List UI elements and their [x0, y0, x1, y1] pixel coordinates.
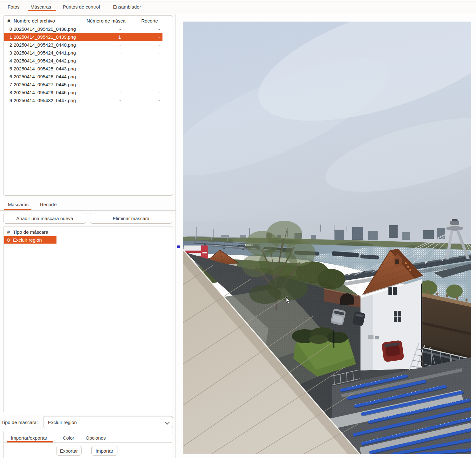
file-row[interactable]: 320250414_095424_0441.png--: [4, 49, 162, 57]
file-row[interactable]: 720250414_095427_0445.png--: [4, 81, 162, 88]
file-row-name: 20250414_095424_0441.png: [14, 50, 82, 56]
file-row-masks: -: [82, 66, 130, 71]
file-row-num: 1: [4, 34, 14, 40]
subtab-importar-exportar[interactable]: Importar/exportar: [11, 434, 47, 442]
io-tabs-divider: [4, 442, 172, 443]
file-row-name: 20250414_095427_0445.png: [14, 82, 82, 87]
file-row-masks: -: [82, 26, 130, 32]
col-header-crop: Recorte: [130, 18, 169, 23]
subtab-opciones[interactable]: Opciones: [86, 434, 106, 442]
add-mask-button[interactable]: Añadir una máscara nueva: [3, 213, 86, 224]
file-row[interactable]: 420250414_095424_0442.png--: [4, 57, 162, 65]
tabbar-border: [0, 14, 476, 14]
file-row[interactable]: 920250414_095432_0447.png--: [4, 96, 162, 104]
mask-editor-canvas[interactable]: [183, 22, 471, 454]
file-row-crop: -: [130, 26, 162, 32]
file-list-panel: # Nombre del archivo Número de másca Rec…: [3, 15, 173, 196]
file-row-num: 5: [4, 66, 14, 71]
mask-row-num: 0: [4, 237, 13, 243]
file-row-num: 2: [4, 42, 14, 48]
subtab-mascaras[interactable]: Máscaras: [8, 201, 29, 208]
photo-preview: [183, 22, 471, 454]
export-button[interactable]: Exportar: [56, 446, 82, 456]
file-row-name: 20250414_095425_0443.png: [14, 66, 82, 71]
mask-type-select[interactable]: Excluir región: [43, 416, 173, 428]
window-left-border: [1, 14, 1, 458]
file-row-num: 7: [4, 82, 14, 87]
file-row-num: 0: [4, 26, 14, 32]
delete-mask-button[interactable]: Eliminar máscara: [90, 213, 172, 224]
red-car: [381, 340, 404, 362]
file-row-name: 20250414_095424_0442.png: [14, 58, 82, 63]
subtab-recorte[interactable]: Recorte: [40, 201, 57, 208]
file-row-masks: -: [82, 74, 130, 79]
file-rows: 020250414_095420_0438.png--120250414_095…: [4, 25, 162, 104]
file-row-masks: -: [82, 42, 130, 48]
file-row-crop: -: [130, 42, 162, 48]
mask-type-value: Excluir región: [48, 420, 77, 425]
col-header-num: #: [4, 18, 14, 23]
file-row[interactable]: 620250414_095426_0444.png--: [4, 73, 162, 81]
mask-list-header: # Tipo de máscara: [4, 228, 169, 236]
tab-puntos-de-control[interactable]: Puntos de control: [63, 2, 100, 12]
col-header-mask-count: Número de másca: [82, 18, 130, 23]
file-row-crop: -: [130, 34, 162, 40]
file-row-name: 20250414_095420_0438.png: [14, 26, 82, 32]
col-header-filename: Nombre del archivo: [14, 18, 82, 23]
file-row-crop: -: [130, 58, 162, 63]
file-row-num: 4: [4, 58, 14, 63]
mask-row-type: Excluir región: [13, 237, 56, 243]
file-row[interactable]: 520250414_095425_0443.png--: [4, 65, 162, 73]
wall-tree: [446, 285, 463, 298]
import-button[interactable]: Importar: [91, 446, 117, 456]
file-row-masks: -: [82, 50, 130, 56]
file-row-name: 20250414_095429_0446.png: [14, 90, 82, 95]
file-row-crop: -: [130, 98, 162, 103]
file-row-name: 20250414_095423_0440.png: [14, 42, 82, 48]
mask-list-panel: # Tipo de máscara 0 Excluir región: [3, 226, 173, 413]
tab-mascaras-active-underline: [28, 10, 56, 11]
mask-col-num: #: [4, 229, 13, 235]
file-row[interactable]: 020250414_095420_0438.png--: [4, 25, 162, 33]
file-row-crop: -: [130, 82, 162, 87]
file-row-masks: -: [82, 90, 130, 95]
file-row-masks: -: [82, 98, 130, 103]
file-row-num: 3: [4, 50, 14, 56]
file-row[interactable]: 120250414_095421_0439.png1-: [4, 33, 162, 41]
file-row-name: 20250414_095426_0444.png: [14, 74, 82, 79]
file-row[interactable]: 820250414_095429_0446.png--: [4, 88, 162, 96]
mouse-cursor-icon: [286, 297, 291, 304]
file-row-num: 8: [4, 90, 14, 95]
file-row-crop: -: [130, 90, 162, 95]
file-row-crop: -: [130, 50, 162, 56]
mask-col-type: Tipo de máscara: [13, 229, 169, 235]
mask-type-label: Tipo de máscara:: [1, 420, 38, 425]
file-row-crop: -: [130, 66, 162, 71]
file-row-masks: -: [82, 82, 130, 87]
file-row-crop: -: [130, 74, 162, 79]
file-row-num: 6: [4, 74, 14, 79]
file-list-header: # Nombre del archivo Número de másca Rec…: [4, 16, 169, 25]
mask-row[interactable]: 0 Excluir región: [4, 236, 56, 244]
file-row-name: 20250414_095421_0439.png: [14, 34, 82, 40]
file-row[interactable]: 220250414_095423_0440.png--: [4, 41, 162, 49]
import-export-panel: Importar/exportar Color Opciones Exporta…: [3, 431, 173, 458]
subtab-mascaras-underline: [4, 209, 31, 210]
mask-vertex-handle[interactable]: [177, 245, 180, 248]
tab-fotos[interactable]: Fotos: [8, 2, 20, 12]
tab-ensamblador[interactable]: Ensamblador: [113, 2, 141, 12]
panel-splitter[interactable]: [175, 14, 176, 458]
file-row-masks: -: [82, 58, 130, 63]
file-row-name: 20250414_095432_0447.png: [14, 98, 82, 103]
subtab-divider: [0, 210, 176, 211]
file-row-num: 9: [4, 98, 14, 103]
file-row-masks: 1: [82, 34, 130, 40]
subtab-color[interactable]: Color: [63, 434, 74, 442]
